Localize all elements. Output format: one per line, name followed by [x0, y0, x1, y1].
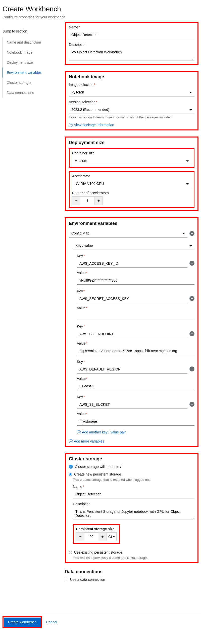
description-input[interactable]: My Object Detection Workbench	[69, 48, 194, 60]
env-subtype-dropdown[interactable]	[73, 242, 194, 250]
env-value-input[interactable]	[77, 417, 194, 426]
jump-item-deployment-size[interactable]: Deployment size	[3, 57, 59, 67]
increment-button[interactable]: +	[98, 533, 107, 541]
container-size-dropdown[interactable]	[72, 157, 191, 165]
storage-name-input[interactable]	[73, 490, 194, 498]
remove-pair-button[interactable]	[189, 366, 194, 371]
remove-pair-button[interactable]	[189, 296, 194, 301]
jump-to-section-nav: Jump to section Name and descriptionNote…	[3, 22, 59, 613]
cluster-storage-title: Cluster storage	[69, 456, 194, 462]
accelerator-label: Accelerator	[72, 174, 191, 178]
env-type-dropdown[interactable]	[69, 229, 187, 238]
name-description-section: Name* Description My Object Detection Wo…	[65, 22, 198, 65]
env-key-input[interactable]	[77, 330, 187, 338]
notebook-image-title: Notebook image	[69, 74, 194, 80]
remove-pair-button[interactable]	[189, 402, 194, 407]
remove-pair-button[interactable]	[189, 261, 194, 266]
add-key-value-link[interactable]: Add another key / value pair	[82, 430, 126, 434]
cancel-button[interactable]: Cancel	[46, 620, 57, 624]
use-existing-storage-radio[interactable]	[69, 551, 72, 554]
mount-info-text: Cluster storage will mount to /	[75, 465, 121, 469]
remove-pair-button[interactable]	[189, 331, 194, 336]
create-new-storage-radio[interactable]	[69, 473, 72, 476]
env-variables-section: Environment variables Key*Value*Key*Valu…	[65, 217, 198, 447]
env-key-input[interactable]	[77, 259, 187, 268]
env-key-label: Key*	[77, 360, 187, 364]
page-title: Create Workbench	[3, 5, 198, 13]
env-key-input[interactable]	[77, 295, 187, 303]
use-data-connection-checkbox[interactable]	[65, 578, 68, 581]
env-value-label: Value*	[77, 377, 194, 381]
create-new-helper: This creates storage that is retained wh…	[73, 478, 194, 482]
env-key-label: Key*	[77, 324, 187, 328]
env-key-label: Key*	[77, 395, 187, 399]
storage-size-stepper: − + Gi	[76, 532, 117, 541]
env-value-input[interactable]	[77, 312, 194, 320]
env-value-input[interactable]	[77, 276, 194, 285]
env-value-input[interactable]	[77, 382, 194, 390]
jump-item-notebook-image[interactable]: Notebook image	[3, 47, 59, 57]
existing-helper: This reuses a previously created persist…	[73, 556, 194, 560]
use-data-connection-label: Use a data connection	[70, 578, 105, 582]
data-connections-title: Data connections	[65, 569, 198, 574]
decrement-button[interactable]: −	[76, 533, 84, 541]
jump-item-data-connections[interactable]: Data connections	[3, 88, 59, 98]
storage-desc-label: Description	[73, 502, 194, 506]
env-value-input[interactable]	[77, 347, 194, 355]
name-label: Name*	[69, 25, 194, 29]
add-more-variables-link[interactable]: Add more variables	[74, 439, 104, 443]
cluster-storage-section: Cluster storage Cluster storage will mou…	[65, 453, 198, 563]
footer-actions: Create workbench Cancel	[0, 613, 201, 631]
deployment-size-section: Deployment size Container size Accelerat…	[65, 137, 198, 211]
env-variables-title: Environment variables	[69, 221, 194, 226]
jump-nav-title: Jump to section	[3, 29, 59, 33]
image-selection-dropdown[interactable]	[69, 88, 194, 96]
remove-env-type-button[interactable]	[189, 231, 194, 236]
name-input[interactable]	[69, 31, 194, 39]
plus-icon	[77, 430, 81, 434]
info-icon	[69, 465, 73, 469]
container-size-label: Container size	[72, 151, 191, 155]
page-subtitle: Configure properties for your workbench.	[3, 15, 198, 19]
description-label: Description	[69, 43, 194, 47]
storage-unit-dropdown[interactable]: Gi	[107, 533, 116, 541]
env-key-input[interactable]	[77, 365, 187, 374]
version-selection-label: Version selection*	[69, 100, 194, 104]
jump-item-cluster-storage[interactable]: Cluster storage	[3, 78, 59, 88]
jump-item-environment-variables[interactable]: Environment variables	[3, 67, 59, 78]
plus-icon	[69, 439, 73, 443]
env-key-label: Key*	[77, 254, 187, 258]
num-accelerators-input[interactable]	[80, 197, 94, 205]
storage-size-label: Persistent storage size	[76, 527, 117, 531]
version-selection-dropdown[interactable]	[69, 106, 194, 114]
version-helper: Hover an option to learn more informatio…	[69, 115, 194, 119]
env-value-label: Value*	[77, 271, 194, 275]
storage-name-label: Name*	[73, 485, 194, 489]
env-value-label: Value*	[77, 341, 194, 345]
storage-desc-input[interactable]: This is Persistent Storage for Jupyter n…	[73, 507, 194, 520]
notebook-image-section: Notebook image Image selection* Version …	[65, 71, 198, 130]
create-workbench-button[interactable]: Create workbench	[4, 618, 41, 627]
jump-item-name-and-description[interactable]: Name and description	[3, 37, 59, 47]
accelerator-dropdown[interactable]	[72, 180, 191, 188]
env-value-label: Value*	[77, 306, 194, 310]
deployment-size-title: Deployment size	[69, 140, 194, 145]
env-key-label: Key*	[77, 289, 187, 293]
num-accelerators-label: Number of accelerators	[72, 191, 191, 195]
increment-button[interactable]: +	[94, 197, 103, 205]
storage-size-input[interactable]	[84, 533, 98, 541]
env-key-input[interactable]	[77, 400, 187, 409]
view-package-info-link[interactable]: View package information	[74, 123, 114, 127]
use-existing-storage-label: Use existing persistent storage	[74, 550, 122, 554]
create-new-storage-label: Create new persistent storage	[74, 472, 121, 476]
env-value-label: Value*	[77, 412, 194, 416]
num-accelerators-stepper: − +	[72, 196, 103, 205]
help-icon	[69, 123, 73, 127]
decrement-button[interactable]: −	[72, 197, 80, 205]
image-selection-label: Image selection*	[69, 83, 194, 87]
